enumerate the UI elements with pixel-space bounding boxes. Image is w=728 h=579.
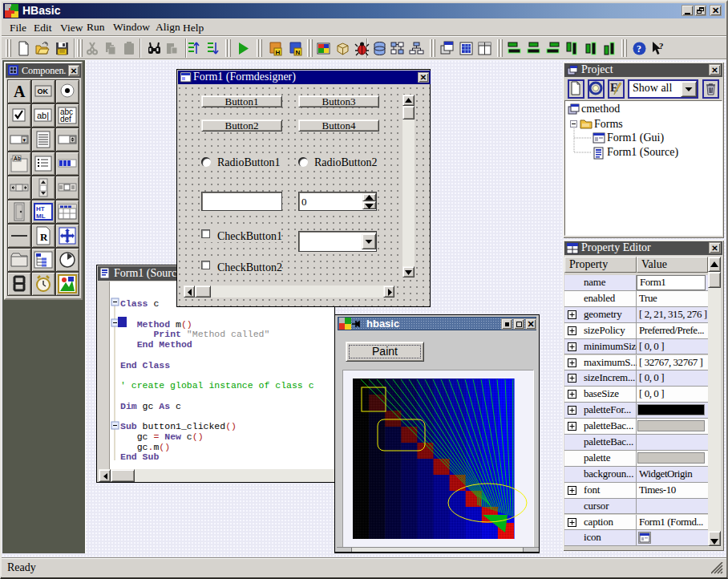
svg-text:ab|: ab| xyxy=(37,111,49,120)
svg-text:HT: HT xyxy=(36,205,45,213)
svg-text:OK: OK xyxy=(38,87,49,95)
svg-text:H: H xyxy=(276,49,281,56)
svg-text:R: R xyxy=(40,231,48,243)
svg-text:ML: ML xyxy=(36,213,46,220)
svg-text:?: ? xyxy=(659,41,664,51)
svg-text:def: def xyxy=(60,115,71,123)
svg-text:?: ? xyxy=(637,43,641,55)
svg-text:A: A xyxy=(14,83,26,100)
svg-text:▾: ▾ xyxy=(23,137,26,144)
svg-text:Ab: Ab xyxy=(14,156,21,161)
svg-text:N: N xyxy=(296,49,301,56)
